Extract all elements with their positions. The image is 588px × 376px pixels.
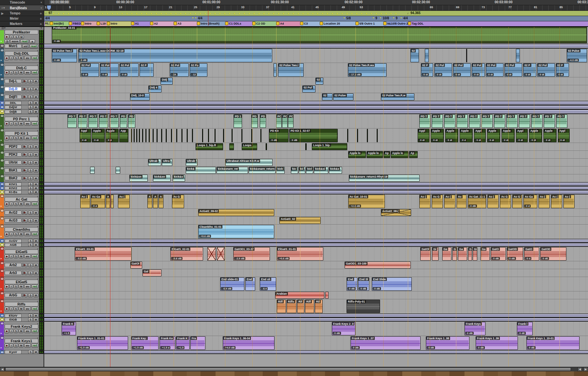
clip[interactable]: GatOD↕0 dB <box>507 247 523 261</box>
mute-button[interactable]: M <box>33 350 38 354</box>
clip[interactable]: AcGat2_08-( <box>381 209 411 216</box>
collapse-toggle-icon[interactable]: − <box>0 322 4 325</box>
mute-button[interactable]: M <box>33 243 38 247</box>
add-marker-button[interactable]: + <box>40 22 42 26</box>
clip[interactable]: Apple lo <box>367 151 383 158</box>
chevron-down-icon[interactable]: ▾ <box>37 64 38 67</box>
track-lane-ddl[interactable] <box>44 101 588 105</box>
chevron-down-icon[interactable]: ▾ <box>37 337 38 340</box>
clip[interactable]: kick&sn <box>129 175 148 182</box>
clip[interactable]: Frank Keys 2_0↕0 dB <box>332 322 355 335</box>
automation-read-button[interactable]: red <box>31 307 38 311</box>
clip[interactable]: PD Kit↕0 dB <box>269 129 289 142</box>
clip[interactable]: Ac Ga↕0 d <box>91 195 105 208</box>
input-monitor-button[interactable]: I <box>9 202 13 206</box>
clip[interactable]: 02 Pulse Two.l <box>278 63 304 77</box>
track-name[interactable]: AcG3 <box>5 218 22 223</box>
record-enable-button[interactable] <box>22 152 24 157</box>
clip[interactable]: Ac ( <box>118 195 130 208</box>
track-name[interactable]: BbK2 <box>5 176 22 180</box>
clip-gain-badge[interactable]: ↕0 dl <box>472 73 480 76</box>
collapse-toggle-icon[interactable]: − <box>0 239 4 242</box>
record-enable-button[interactable] <box>22 145 24 149</box>
automation-read-button[interactable]: red <box>31 202 38 206</box>
clip[interactable]: Gi <box>432 247 439 261</box>
record-enable-button[interactable] <box>22 95 24 99</box>
clip[interactable] <box>241 129 242 142</box>
track-name[interactable]: Ultrbt <box>5 160 22 165</box>
clip[interactable]: Riffs-Poly-01 <box>347 300 380 313</box>
clip-gain-badge[interactable]: ↕0 dB <box>527 346 536 349</box>
clip[interactable]: Ultrab <box>148 159 161 166</box>
clip[interactable]: Ac ( <box>80 195 90 208</box>
clip-gain-badge[interactable]: ↕+2.3 dB <box>349 205 361 208</box>
solo-button[interactable]: S <box>28 350 33 354</box>
track-name[interactable]: PDK2 <box>5 152 22 157</box>
clip[interactable] <box>131 129 132 142</box>
record-enable-button[interactable] <box>5 202 9 206</box>
record-enable-button[interactable] <box>5 56 9 60</box>
track-lane-ac-gat[interactable]: Ac (Ac Ga↕0 dAAc (AAAAc GAc Gat_10-01↕+2… <box>44 194 588 209</box>
track-name[interactable]: AcG2 <box>5 210 22 215</box>
input-monitor-button[interactable]: I <box>10 35 13 39</box>
clip[interactable]: 02 Pul↕0 dl <box>472 63 485 77</box>
clip[interactable]: Appl↕0 dl <box>418 129 429 142</box>
clip[interactable]: PC <box>288 114 294 128</box>
clip-gain-badge[interactable]: ↕-19. <box>170 73 178 76</box>
clip[interactable]: 02 Pul↕0 dl <box>120 63 139 77</box>
record-enable-button[interactable] <box>5 285 9 289</box>
record-enable-button[interactable] <box>5 344 9 348</box>
input-monitor-button[interactable]: I <box>9 122 13 126</box>
track-lane-ktvr1[interactable] <box>44 182 588 186</box>
waveform-view-button[interactable]: wv <box>24 254 30 258</box>
solo-button[interactable]: S <box>28 145 33 149</box>
clip[interactable]: G <box>468 247 472 261</box>
mute-button[interactable]: M <box>33 318 38 322</box>
clip[interactable]: Frank Keys 1_09↕0 dB <box>476 336 518 350</box>
solo-button[interactable]: S <box>14 70 18 74</box>
clip[interactable] <box>139 129 140 142</box>
collapse-toggle-icon[interactable]: − <box>0 106 4 109</box>
clip[interactable]: PD T <box>494 114 505 128</box>
clip[interactable]: PD T <box>67 114 77 128</box>
expand-play-icon[interactable]: ▶ <box>1 12 4 15</box>
clip[interactable] <box>466 49 467 62</box>
clip[interactable]: 02 Pul↕0 dl <box>453 63 471 77</box>
marker[interactable]: C1 DDLs <box>225 22 241 25</box>
solo-button[interactable]: S <box>14 122 18 126</box>
clip[interactable]: Ga <box>481 247 490 261</box>
waveform-view-button[interactable]: wave <box>10 39 20 43</box>
mute-button[interactable]: M <box>33 168 38 172</box>
clip-gain-badge[interactable]: ↕0 dl <box>80 139 87 142</box>
track-name[interactable]: Arb2 <box>5 263 22 267</box>
ruler-row-meter[interactable]: Meter+ 4/4▼▼4/4▼5/8▼9▼10/8▼9▼4/4 <box>0 16 588 21</box>
chevron-down-icon[interactable]: ▾ <box>37 278 38 281</box>
add-tempo-button[interactable]: + <box>40 11 42 15</box>
collapse-toggle-icon[interactable]: − <box>0 262 4 265</box>
clip-gain-badge[interactable]: ↕0 dl <box>488 139 495 142</box>
clip[interactable] <box>223 129 224 142</box>
clip[interactable]: ElGatS_01-01↕+0.6 dB <box>277 247 323 261</box>
clip[interactable]: Riffs <box>287 300 296 313</box>
clip-gain-badge[interactable]: ↕-6.4 dB <box>221 287 232 290</box>
track-name[interactable]: Mstr1 <box>5 44 22 48</box>
marker[interactable]: A3 <box>174 22 181 25</box>
clip-gain-badge[interactable]: ↕0 dl <box>475 139 482 142</box>
clip-gain-badge[interactable]: ↕0 dl <box>502 139 509 142</box>
collapse-toggle-icon[interactable]: − <box>0 143 4 146</box>
collapse-toggle-icon[interactable]: − <box>0 187 4 189</box>
menu-icon[interactable]: ≡▾ <box>1 6 5 10</box>
clip-gain-badge[interactable]: ↕0 dE <box>541 257 549 260</box>
clip[interactable]: GatO↕0 dB <box>491 247 506 261</box>
solo-button[interactable]: S <box>14 329 18 333</box>
marker[interactable]: C3 <box>300 22 308 25</box>
clip-gain-badge[interactable]: ↕+4.0 dB <box>223 346 236 349</box>
clip[interactable]: PD T <box>88 114 98 128</box>
clip[interactable] <box>202 129 203 142</box>
clip[interactable]: Frank Keys 1_10-01↕0 dB <box>526 336 579 350</box>
solo-button[interactable]: S <box>28 293 33 297</box>
clip[interactable] <box>142 129 143 142</box>
solo-button[interactable]: S <box>14 344 18 347</box>
clip[interactable] <box>153 129 154 142</box>
clip-gain-badge[interactable]: ↕0 dl <box>120 73 127 76</box>
